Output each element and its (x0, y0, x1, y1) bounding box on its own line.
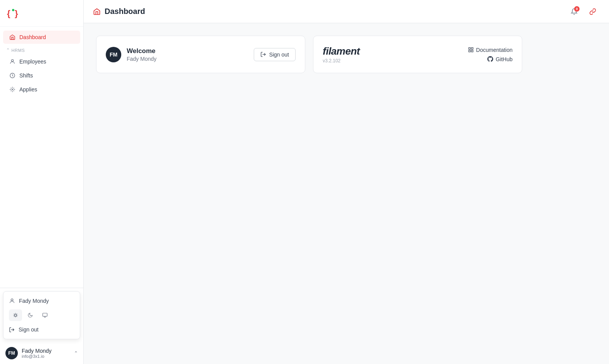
user-info: Fady Mondy info@3x1.io (22, 348, 52, 359)
svg-point-3 (11, 60, 13, 62)
sidebar: { } Dashboard ⌃ HRMS Employees (0, 0, 84, 364)
welcome-title: Welcome (127, 47, 157, 55)
theme-light-btn[interactable] (9, 309, 22, 321)
moon-icon (28, 312, 33, 318)
theme-system-btn[interactable] (38, 309, 52, 321)
user-popup-header: Fady Mondy (3, 295, 80, 307)
sidebar-item-dashboard[interactable]: Dashboard (3, 31, 80, 44)
welcome-signout-label: Sign out (269, 52, 289, 58)
theme-switcher (3, 307, 80, 323)
hrms-section-label: ⌃ HRMS (0, 45, 83, 54)
welcome-username: Fady Mondy (127, 56, 157, 62)
sidebar-bottom: Fady Mondy (0, 288, 83, 364)
signout-btn-icon (260, 52, 266, 57)
clock-icon (9, 72, 15, 79)
popup-user-name: Fady Mondy (19, 298, 49, 304)
user-footer-left: FM Fady Mondy info@3x1.io (5, 347, 52, 359)
filament-links: Documentation GitHub (468, 47, 513, 62)
person-icon (9, 58, 15, 65)
chevron-up-icon: ⌃ (6, 48, 10, 53)
filament-brand: filament (323, 45, 360, 57)
content-area: FM Welcome Fady Mondy Sign out (84, 23, 609, 364)
svg-point-1 (12, 9, 14, 11)
svg-rect-8 (43, 313, 47, 316)
filament-info: filament v3.2.102 (323, 45, 360, 64)
sidebar-nav: Dashboard ⌃ HRMS Employees Shifts (0, 27, 83, 288)
svg-text:{: { (7, 9, 10, 18)
sidebar-signout-label: Sign out (19, 326, 38, 333)
topbar-left: Dashboard (93, 7, 145, 16)
user-display-name: Fady Mondy (22, 348, 52, 354)
theme-dark-btn[interactable] (24, 309, 37, 321)
user-avatar: FM (5, 347, 18, 359)
home-icon (9, 34, 15, 40)
filament-card: filament v3.2.102 Documentation (313, 36, 522, 73)
user-popup: Fady Mondy (3, 291, 80, 339)
sun-icon (13, 312, 18, 318)
svg-rect-12 (471, 48, 473, 49)
welcome-signout-button[interactable]: Sign out (254, 48, 296, 61)
notification-btn[interactable]: 0 (567, 5, 581, 19)
link-btn[interactable] (586, 5, 600, 19)
topbar-home-icon (93, 8, 101, 15)
svg-point-7 (14, 314, 17, 316)
chevron-up-icon: ⌃ (74, 350, 78, 356)
topbar-right: 0 (567, 5, 600, 19)
welcome-card: FM Welcome Fady Mondy Sign out (96, 36, 305, 73)
sidebar-item-employees-label: Employees (19, 58, 46, 65)
svg-point-6 (11, 299, 13, 301)
welcome-left: FM Welcome Fady Mondy (106, 47, 157, 62)
notification-badge: 0 (574, 6, 580, 12)
github-icon (487, 56, 493, 62)
monitor-icon (42, 312, 48, 318)
sidebar-item-shifts-label: Shifts (19, 72, 33, 79)
sparkle-icon (9, 86, 15, 93)
sidebar-item-shifts[interactable]: Shifts (3, 69, 80, 82)
user-email: info@3x1.io (22, 354, 52, 359)
svg-text:}: } (15, 9, 18, 18)
sidebar-item-applies[interactable]: Applies (3, 83, 80, 96)
main-content: Dashboard 0 FM (84, 0, 609, 364)
svg-rect-14 (471, 50, 473, 52)
filament-version: v3.2.102 (323, 58, 360, 64)
github-link[interactable]: GitHub (487, 56, 513, 62)
sidebar-item-applies-label: Applies (19, 86, 37, 93)
welcome-avatar: FM (106, 47, 121, 62)
documentation-link[interactable]: Documentation (468, 47, 513, 53)
topbar: Dashboard 0 (84, 0, 609, 23)
welcome-text: Welcome Fady Mondy (127, 47, 157, 62)
sidebar-item-employees[interactable]: Employees (3, 55, 80, 68)
user-footer[interactable]: FM Fady Mondy info@3x1.io ⌃ (0, 342, 83, 364)
documentation-label: Documentation (476, 47, 513, 53)
link-icon (589, 8, 596, 15)
signout-icon (9, 327, 15, 333)
app-logo: { } (6, 6, 20, 20)
github-label: GitHub (495, 56, 513, 62)
sidebar-logo: { } (0, 0, 83, 27)
sidebar-signout-item[interactable]: Sign out (3, 323, 80, 336)
svg-rect-13 (469, 50, 470, 52)
user-icon (9, 298, 15, 304)
svg-point-5 (12, 89, 13, 90)
svg-rect-11 (469, 48, 470, 49)
page-title: Dashboard (105, 7, 145, 16)
cards-row: FM Welcome Fady Mondy Sign out (96, 36, 597, 73)
sidebar-item-dashboard-label: Dashboard (19, 34, 46, 40)
grid-icon (468, 47, 474, 53)
